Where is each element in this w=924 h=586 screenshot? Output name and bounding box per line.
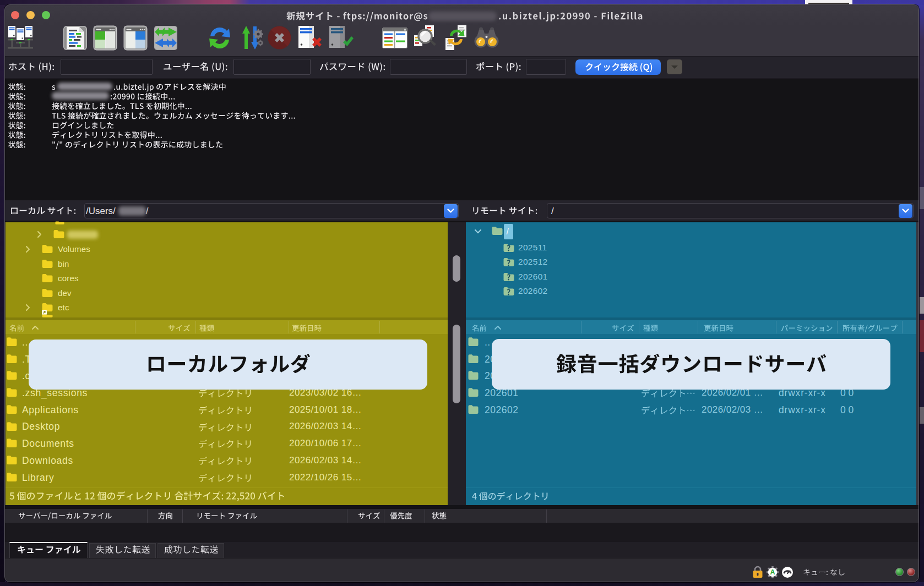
svg-text:A: A xyxy=(770,568,775,576)
